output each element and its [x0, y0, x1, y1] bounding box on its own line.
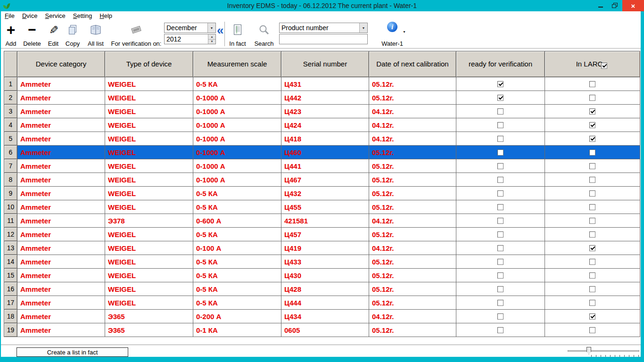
cell-ready[interactable] [456, 282, 545, 296]
checkbox[interactable] [589, 231, 595, 238]
checkbox[interactable] [497, 163, 504, 169]
cell-ready[interactable] [456, 146, 545, 159]
plant-dropdown-caret-icon[interactable] [403, 27, 406, 34]
cell-type[interactable]: WEIGEL [105, 118, 193, 132]
row-number[interactable]: 15 [4, 269, 17, 282]
cell-category[interactable]: Ammeter [17, 214, 105, 228]
cell-serial[interactable]: Ц467 [281, 173, 369, 187]
cell-larc[interactable] [545, 255, 640, 269]
table-row[interactable]: 7AmmeterWEIGEL0-1000 АЦ44105.12г. [4, 159, 640, 173]
cell-type[interactable]: Э365 [105, 323, 193, 337]
cell-date[interactable]: 05.12г. [369, 91, 456, 105]
trackbar-track[interactable] [568, 350, 639, 352]
cell-category[interactable]: Ammeter [17, 105, 105, 118]
cell-serial[interactable]: Ц430 [281, 269, 369, 282]
cell-type[interactable]: WEIGEL [105, 132, 193, 146]
table-row[interactable]: 2AmmeterWEIGEL0-1000 АЦ44205.12г. [4, 91, 640, 105]
cell-date[interactable]: 05.12г. [369, 77, 456, 91]
cell-serial[interactable]: Ц442 [281, 91, 369, 105]
checkbox[interactable] [589, 190, 595, 197]
cell-larc[interactable] [545, 282, 640, 296]
cell-type[interactable]: Э365 [105, 310, 193, 323]
checkbox[interactable] [497, 300, 504, 306]
checkbox[interactable] [589, 259, 595, 265]
cell-date[interactable]: 05.12г. [369, 296, 456, 310]
checkbox[interactable] [589, 272, 595, 279]
cell-type[interactable]: WEIGEL [105, 241, 193, 255]
month-combobox[interactable]: December [164, 23, 216, 33]
table-row[interactable]: 14AmmeterWEIGEL0-5 КАЦ43305.12г. [4, 255, 640, 269]
cell-scale[interactable]: 0-200 А [193, 310, 281, 323]
cell-type[interactable]: WEIGEL [105, 91, 193, 105]
cell-category[interactable]: Ammeter [17, 77, 105, 91]
cell-serial[interactable]: Ц428 [281, 282, 369, 296]
cell-category[interactable]: Ammeter [17, 159, 105, 173]
cell-ready[interactable] [456, 255, 545, 269]
cell-category[interactable]: Ammeter [17, 173, 105, 187]
cell-category[interactable]: Ammeter [17, 132, 105, 146]
cell-type[interactable]: WEIGEL [105, 146, 193, 159]
year-spinner[interactable]: 2012 [164, 34, 216, 44]
cell-scale[interactable]: 0-5 КА [193, 269, 281, 282]
table-row[interactable]: 4AmmeterWEIGEL0-1000 АЦ42404.12г. [4, 118, 640, 132]
cell-scale[interactable]: 0-5 КА [193, 187, 281, 200]
cell-larc[interactable] [545, 91, 640, 105]
cell-scale[interactable]: 0-1000 А [193, 173, 281, 187]
cell-scale[interactable]: 0-5 КА [193, 77, 281, 91]
select-all-checkbox[interactable] [601, 63, 607, 69]
cell-category[interactable]: Ammeter [17, 118, 105, 132]
cell-larc[interactable] [545, 296, 640, 310]
row-number[interactable]: 9 [4, 187, 17, 200]
checkbox[interactable] [497, 108, 504, 115]
cell-ready[interactable] [456, 200, 545, 214]
table-row[interactable]: 18AmmeterЭ3650-200 АЦ43404.12г. [4, 310, 640, 323]
cell-category[interactable]: Ammeter [17, 200, 105, 214]
checkbox[interactable] [497, 218, 504, 224]
cell-scale[interactable]: 0-1000 А [193, 91, 281, 105]
cell-larc[interactable] [545, 241, 640, 255]
table-row[interactable]: 15AmmeterWEIGEL0-5 КАЦ43005.12г. [4, 269, 640, 282]
row-number[interactable]: 18 [4, 310, 17, 323]
cell-date[interactable]: 05.12г. [369, 255, 456, 269]
checkbox[interactable] [589, 95, 595, 101]
cell-larc[interactable] [545, 77, 640, 91]
menu-item-service[interactable]: Service [41, 12, 69, 19]
row-number[interactable]: 14 [4, 255, 17, 269]
cell-type[interactable]: Э378 [105, 214, 193, 228]
checkbox[interactable] [589, 204, 595, 210]
checkbox[interactable] [497, 149, 504, 156]
cell-scale[interactable]: 0-1000 А [193, 132, 281, 146]
row-number[interactable]: 1 [4, 77, 17, 91]
table-row[interactable]: 12AmmeterWEIGEL0-5 КАЦ45705.12г. [4, 228, 640, 241]
cell-category[interactable]: Ammeter [17, 187, 105, 200]
row-number[interactable]: 10 [4, 200, 17, 214]
checkbox[interactable] [497, 272, 504, 279]
cell-serial[interactable]: Ц441 [281, 159, 369, 173]
cell-serial[interactable]: Ц418 [281, 132, 369, 146]
cell-serial[interactable]: Ц460 [281, 146, 369, 159]
cell-ready[interactable] [456, 241, 545, 255]
cell-serial[interactable]: Ц457 [281, 228, 369, 241]
cell-larc[interactable] [545, 269, 640, 282]
cell-serial[interactable]: Ц432 [281, 187, 369, 200]
cell-ready[interactable] [456, 118, 545, 132]
cell-date[interactable]: 04.12г. [369, 241, 456, 255]
cell-category[interactable]: Ammeter [17, 269, 105, 282]
cell-ready[interactable] [456, 91, 545, 105]
row-number[interactable]: 11 [4, 214, 17, 228]
cell-ready[interactable] [456, 132, 545, 146]
cell-date[interactable]: 05.12г. [369, 200, 456, 214]
cell-scale[interactable]: 0-600 А [193, 214, 281, 228]
spin-up-icon[interactable] [208, 34, 215, 40]
cell-type[interactable]: WEIGEL [105, 200, 193, 214]
trackbar-thumb[interactable] [586, 347, 591, 354]
scale-trackbar[interactable] [566, 346, 640, 356]
cell-ready[interactable] [456, 269, 545, 282]
cell-scale[interactable]: 0-5 КА [193, 228, 281, 241]
cell-serial[interactable]: Ц433 [281, 255, 369, 269]
copy-button[interactable]: Copy [63, 22, 82, 47]
add-button[interactable]: Add [3, 22, 19, 47]
cell-type[interactable]: WEIGEL [105, 255, 193, 269]
table-row[interactable]: 5AmmeterWEIGEL0-1000 АЦ41804.12г. [4, 132, 640, 146]
cell-scale[interactable]: 0-1000 А [193, 105, 281, 118]
